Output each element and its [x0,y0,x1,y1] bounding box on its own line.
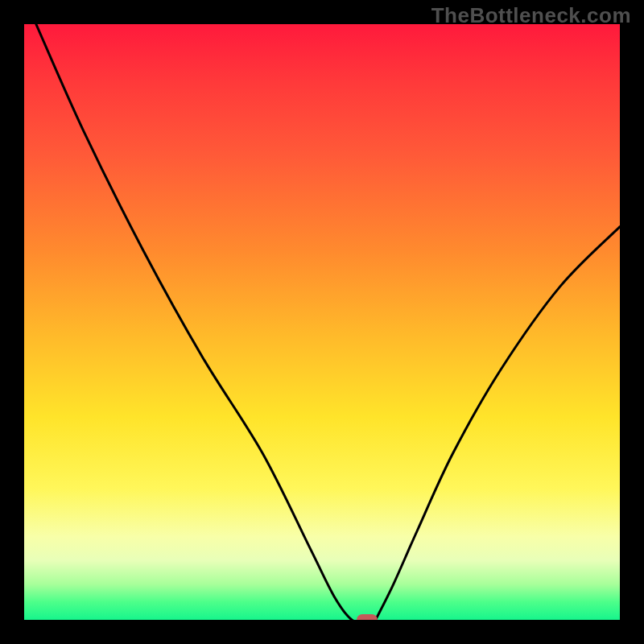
chart-frame: TheBottleneck.com [0,0,644,644]
curve-left-path [36,24,364,620]
curve-right-path [376,227,620,620]
plot-area [24,24,620,620]
bottleneck-curve [24,24,620,620]
watermark-text: TheBottleneck.com [431,3,631,28]
bottleneck-marker [357,614,378,620]
